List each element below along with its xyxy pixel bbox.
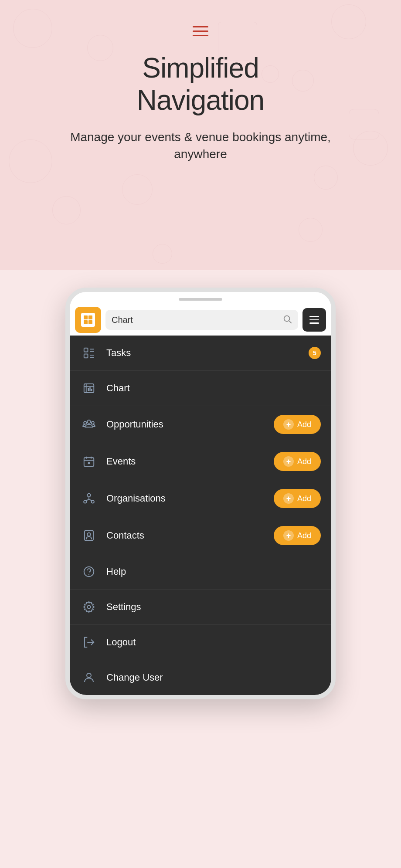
search-bar[interactable]: Chart bbox=[105, 310, 298, 330]
app-menu-button[interactable] bbox=[302, 308, 326, 332]
organisations-icon bbox=[80, 490, 98, 507]
nav-item-organisations[interactable]: Organisations + Add bbox=[70, 480, 331, 517]
svg-rect-3 bbox=[88, 320, 92, 324]
add-icon: + bbox=[283, 530, 294, 541]
svg-point-26 bbox=[87, 494, 91, 497]
contacts-label: Contacts bbox=[106, 530, 274, 541]
add-icon: + bbox=[283, 456, 294, 467]
svg-line-31 bbox=[89, 500, 93, 501]
nav-item-contacts[interactable]: Contacts + Add bbox=[70, 517, 331, 554]
change-user-icon bbox=[80, 669, 98, 686]
opportunities-add-button[interactable]: + Add bbox=[274, 415, 321, 434]
logout-label: Logout bbox=[106, 637, 321, 648]
svg-point-25 bbox=[88, 462, 90, 464]
opportunities-label: Opportunities bbox=[106, 419, 274, 430]
nav-item-opportunities[interactable]: Opportunities + Add bbox=[70, 406, 331, 443]
contacts-icon bbox=[80, 527, 98, 544]
svg-point-34 bbox=[84, 567, 94, 577]
svg-point-19 bbox=[84, 421, 86, 424]
opportunities-add-label: Add bbox=[297, 420, 311, 429]
nav-item-change-user[interactable]: Change User bbox=[70, 660, 331, 695]
svg-rect-16 bbox=[89, 387, 91, 391]
svg-rect-17 bbox=[91, 389, 92, 391]
search-value: Chart bbox=[112, 315, 278, 325]
chart-icon bbox=[80, 380, 98, 397]
svg-rect-0 bbox=[84, 315, 88, 319]
settings-icon bbox=[80, 598, 98, 616]
svg-point-38 bbox=[87, 673, 91, 678]
search-icon bbox=[282, 314, 292, 326]
svg-point-36 bbox=[87, 605, 91, 609]
organisations-add-label: Add bbox=[297, 494, 311, 503]
app-logo-inner bbox=[81, 313, 95, 327]
svg-line-5 bbox=[289, 321, 292, 323]
phone-speaker bbox=[179, 298, 222, 301]
change-user-label: Change User bbox=[106, 672, 321, 683]
help-label: Help bbox=[106, 566, 321, 577]
events-add-button[interactable]: + Add bbox=[274, 452, 321, 471]
settings-label: Settings bbox=[106, 601, 321, 613]
phone-container: Chart bbox=[0, 270, 401, 726]
hero-subtitle: Manage your events & venue bookings anyt… bbox=[61, 129, 340, 163]
tasks-label: Tasks bbox=[106, 347, 305, 359]
nav-list: Tasks 5 Chart bbox=[70, 336, 331, 695]
add-icon: + bbox=[283, 493, 294, 504]
events-label: Events bbox=[106, 456, 274, 467]
svg-point-4 bbox=[284, 315, 290, 321]
phone-mockup: Chart bbox=[65, 288, 336, 699]
opportunities-icon bbox=[80, 416, 98, 433]
nav-item-settings[interactable]: Settings bbox=[70, 590, 331, 625]
help-icon bbox=[80, 563, 98, 580]
svg-rect-15 bbox=[88, 388, 89, 391]
tasks-badge: 5 bbox=[309, 347, 321, 359]
svg-point-35 bbox=[88, 574, 89, 575]
logout-icon bbox=[80, 634, 98, 651]
top-menu-button[interactable] bbox=[193, 26, 208, 36]
tasks-icon bbox=[80, 344, 98, 362]
nav-item-chart[interactable]: Chart bbox=[70, 371, 331, 406]
svg-line-30 bbox=[85, 500, 89, 501]
hero-section: Simplified Navigation Manage your events… bbox=[0, 0, 401, 270]
events-add-label: Add bbox=[297, 457, 311, 466]
svg-point-33 bbox=[87, 533, 91, 536]
hero-title: Simplified Navigation bbox=[137, 52, 264, 116]
nav-item-tasks[interactable]: Tasks 5 bbox=[70, 336, 331, 371]
svg-rect-1 bbox=[88, 315, 92, 319]
app-logo bbox=[75, 307, 101, 333]
contacts-add-label: Add bbox=[297, 531, 311, 540]
svg-rect-7 bbox=[84, 354, 88, 358]
contacts-add-button[interactable]: + Add bbox=[274, 526, 321, 545]
svg-rect-2 bbox=[84, 320, 88, 324]
nav-item-help[interactable]: Help bbox=[70, 554, 331, 590]
app-logo-icon bbox=[83, 315, 93, 325]
chart-label: Chart bbox=[106, 383, 321, 394]
nav-item-events[interactable]: Events + Add bbox=[70, 443, 331, 480]
svg-point-20 bbox=[92, 421, 94, 424]
add-icon: + bbox=[283, 419, 294, 430]
nav-item-logout[interactable]: Logout bbox=[70, 625, 331, 660]
organisations-add-button[interactable]: + Add bbox=[274, 489, 321, 508]
phone-top bbox=[70, 292, 331, 304]
svg-point-18 bbox=[87, 420, 91, 424]
organisations-label: Organisations bbox=[106, 493, 274, 504]
events-icon bbox=[80, 453, 98, 470]
app-header: Chart bbox=[70, 304, 331, 336]
svg-rect-6 bbox=[84, 348, 88, 352]
